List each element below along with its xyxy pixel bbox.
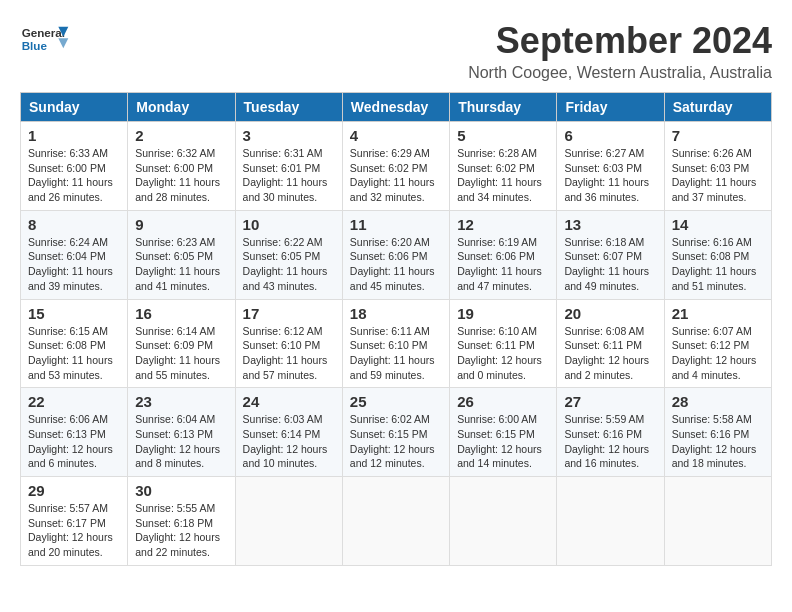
calendar-header-row: SundayMondayTuesdayWednesdayThursdayFrid… — [21, 93, 772, 122]
day-number: 25 — [350, 393, 442, 410]
calendar-day-14: 14Sunrise: 6:16 AM Sunset: 6:08 PM Dayli… — [664, 210, 771, 299]
day-info: Sunrise: 6:27 AM Sunset: 6:03 PM Dayligh… — [564, 146, 656, 205]
day-info: Sunrise: 6:16 AM Sunset: 6:08 PM Dayligh… — [672, 235, 764, 294]
day-info: Sunrise: 6:31 AM Sunset: 6:01 PM Dayligh… — [243, 146, 335, 205]
logo-icon: General Blue — [20, 20, 70, 60]
calendar-week-row-5: 29Sunrise: 5:57 AM Sunset: 6:17 PM Dayli… — [21, 477, 772, 566]
month-title: September 2024 — [468, 20, 772, 62]
day-info: Sunrise: 5:55 AM Sunset: 6:18 PM Dayligh… — [135, 501, 227, 560]
calendar-day-15: 15Sunrise: 6:15 AM Sunset: 6:08 PM Dayli… — [21, 299, 128, 388]
day-info: Sunrise: 6:28 AM Sunset: 6:02 PM Dayligh… — [457, 146, 549, 205]
day-number: 30 — [135, 482, 227, 499]
day-number: 14 — [672, 216, 764, 233]
day-info: Sunrise: 5:58 AM Sunset: 6:16 PM Dayligh… — [672, 412, 764, 471]
weekday-header-friday: Friday — [557, 93, 664, 122]
calendar-day-25: 25Sunrise: 6:02 AM Sunset: 6:15 PM Dayli… — [342, 388, 449, 477]
svg-marker-3 — [58, 38, 68, 48]
day-number: 23 — [135, 393, 227, 410]
day-info: Sunrise: 6:10 AM Sunset: 6:11 PM Dayligh… — [457, 324, 549, 383]
day-info: Sunrise: 6:11 AM Sunset: 6:10 PM Dayligh… — [350, 324, 442, 383]
day-number: 24 — [243, 393, 335, 410]
calendar-day-12: 12Sunrise: 6:19 AM Sunset: 6:06 PM Dayli… — [450, 210, 557, 299]
calendar-day-3: 3Sunrise: 6:31 AM Sunset: 6:01 PM Daylig… — [235, 122, 342, 211]
calendar-day-9: 9Sunrise: 6:23 AM Sunset: 6:05 PM Daylig… — [128, 210, 235, 299]
day-number: 10 — [243, 216, 335, 233]
day-number: 17 — [243, 305, 335, 322]
day-number: 5 — [457, 127, 549, 144]
day-info: Sunrise: 6:18 AM Sunset: 6:07 PM Dayligh… — [564, 235, 656, 294]
calendar-day-30: 30Sunrise: 5:55 AM Sunset: 6:18 PM Dayli… — [128, 477, 235, 566]
day-info: Sunrise: 6:29 AM Sunset: 6:02 PM Dayligh… — [350, 146, 442, 205]
day-number: 3 — [243, 127, 335, 144]
day-number: 9 — [135, 216, 227, 233]
weekday-header-saturday: Saturday — [664, 93, 771, 122]
calendar-day-18: 18Sunrise: 6:11 AM Sunset: 6:10 PM Dayli… — [342, 299, 449, 388]
weekday-header-monday: Monday — [128, 93, 235, 122]
calendar-day-27: 27Sunrise: 5:59 AM Sunset: 6:16 PM Dayli… — [557, 388, 664, 477]
day-info: Sunrise: 6:23 AM Sunset: 6:05 PM Dayligh… — [135, 235, 227, 294]
calendar-week-row-3: 15Sunrise: 6:15 AM Sunset: 6:08 PM Dayli… — [21, 299, 772, 388]
day-number: 15 — [28, 305, 120, 322]
weekday-header-wednesday: Wednesday — [342, 93, 449, 122]
empty-cell — [342, 477, 449, 566]
calendar-day-1: 1Sunrise: 6:33 AM Sunset: 6:00 PM Daylig… — [21, 122, 128, 211]
day-number: 29 — [28, 482, 120, 499]
day-info: Sunrise: 5:57 AM Sunset: 6:17 PM Dayligh… — [28, 501, 120, 560]
day-info: Sunrise: 6:00 AM Sunset: 6:15 PM Dayligh… — [457, 412, 549, 471]
calendar-week-row-1: 1Sunrise: 6:33 AM Sunset: 6:00 PM Daylig… — [21, 122, 772, 211]
title-area: September 2024 North Coogee, Western Aus… — [468, 20, 772, 82]
day-number: 21 — [672, 305, 764, 322]
calendar-table: SundayMondayTuesdayWednesdayThursdayFrid… — [20, 92, 772, 566]
calendar-week-row-4: 22Sunrise: 6:06 AM Sunset: 6:13 PM Dayli… — [21, 388, 772, 477]
calendar-day-28: 28Sunrise: 5:58 AM Sunset: 6:16 PM Dayli… — [664, 388, 771, 477]
day-number: 6 — [564, 127, 656, 144]
day-info: Sunrise: 6:03 AM Sunset: 6:14 PM Dayligh… — [243, 412, 335, 471]
day-info: Sunrise: 6:20 AM Sunset: 6:06 PM Dayligh… — [350, 235, 442, 294]
day-info: Sunrise: 6:19 AM Sunset: 6:06 PM Dayligh… — [457, 235, 549, 294]
svg-text:Blue: Blue — [22, 39, 48, 52]
day-number: 12 — [457, 216, 549, 233]
day-info: Sunrise: 5:59 AM Sunset: 6:16 PM Dayligh… — [564, 412, 656, 471]
calendar-day-10: 10Sunrise: 6:22 AM Sunset: 6:05 PM Dayli… — [235, 210, 342, 299]
calendar-day-4: 4Sunrise: 6:29 AM Sunset: 6:02 PM Daylig… — [342, 122, 449, 211]
day-number: 28 — [672, 393, 764, 410]
day-number: 19 — [457, 305, 549, 322]
calendar-day-8: 8Sunrise: 6:24 AM Sunset: 6:04 PM Daylig… — [21, 210, 128, 299]
calendar-day-20: 20Sunrise: 6:08 AM Sunset: 6:11 PM Dayli… — [557, 299, 664, 388]
weekday-header-tuesday: Tuesday — [235, 93, 342, 122]
day-info: Sunrise: 6:33 AM Sunset: 6:00 PM Dayligh… — [28, 146, 120, 205]
calendar-day-6: 6Sunrise: 6:27 AM Sunset: 6:03 PM Daylig… — [557, 122, 664, 211]
calendar-week-row-2: 8Sunrise: 6:24 AM Sunset: 6:04 PM Daylig… — [21, 210, 772, 299]
day-number: 11 — [350, 216, 442, 233]
day-info: Sunrise: 6:14 AM Sunset: 6:09 PM Dayligh… — [135, 324, 227, 383]
empty-cell — [235, 477, 342, 566]
calendar-day-17: 17Sunrise: 6:12 AM Sunset: 6:10 PM Dayli… — [235, 299, 342, 388]
day-info: Sunrise: 6:02 AM Sunset: 6:15 PM Dayligh… — [350, 412, 442, 471]
day-number: 8 — [28, 216, 120, 233]
day-info: Sunrise: 6:06 AM Sunset: 6:13 PM Dayligh… — [28, 412, 120, 471]
empty-cell — [664, 477, 771, 566]
header: General Blue September 2024 North Coogee… — [20, 20, 772, 82]
day-number: 26 — [457, 393, 549, 410]
day-info: Sunrise: 6:32 AM Sunset: 6:00 PM Dayligh… — [135, 146, 227, 205]
weekday-header-sunday: Sunday — [21, 93, 128, 122]
day-number: 4 — [350, 127, 442, 144]
calendar-day-16: 16Sunrise: 6:14 AM Sunset: 6:09 PM Dayli… — [128, 299, 235, 388]
calendar-day-2: 2Sunrise: 6:32 AM Sunset: 6:00 PM Daylig… — [128, 122, 235, 211]
calendar-day-23: 23Sunrise: 6:04 AM Sunset: 6:13 PM Dayli… — [128, 388, 235, 477]
calendar-day-5: 5Sunrise: 6:28 AM Sunset: 6:02 PM Daylig… — [450, 122, 557, 211]
day-number: 18 — [350, 305, 442, 322]
day-info: Sunrise: 6:26 AM Sunset: 6:03 PM Dayligh… — [672, 146, 764, 205]
calendar-day-11: 11Sunrise: 6:20 AM Sunset: 6:06 PM Dayli… — [342, 210, 449, 299]
calendar-day-19: 19Sunrise: 6:10 AM Sunset: 6:11 PM Dayli… — [450, 299, 557, 388]
day-info: Sunrise: 6:15 AM Sunset: 6:08 PM Dayligh… — [28, 324, 120, 383]
day-number: 13 — [564, 216, 656, 233]
empty-cell — [557, 477, 664, 566]
calendar-day-21: 21Sunrise: 6:07 AM Sunset: 6:12 PM Dayli… — [664, 299, 771, 388]
empty-cell — [450, 477, 557, 566]
calendar-day-26: 26Sunrise: 6:00 AM Sunset: 6:15 PM Dayli… — [450, 388, 557, 477]
day-number: 22 — [28, 393, 120, 410]
day-info: Sunrise: 6:12 AM Sunset: 6:10 PM Dayligh… — [243, 324, 335, 383]
calendar-day-22: 22Sunrise: 6:06 AM Sunset: 6:13 PM Dayli… — [21, 388, 128, 477]
day-number: 20 — [564, 305, 656, 322]
